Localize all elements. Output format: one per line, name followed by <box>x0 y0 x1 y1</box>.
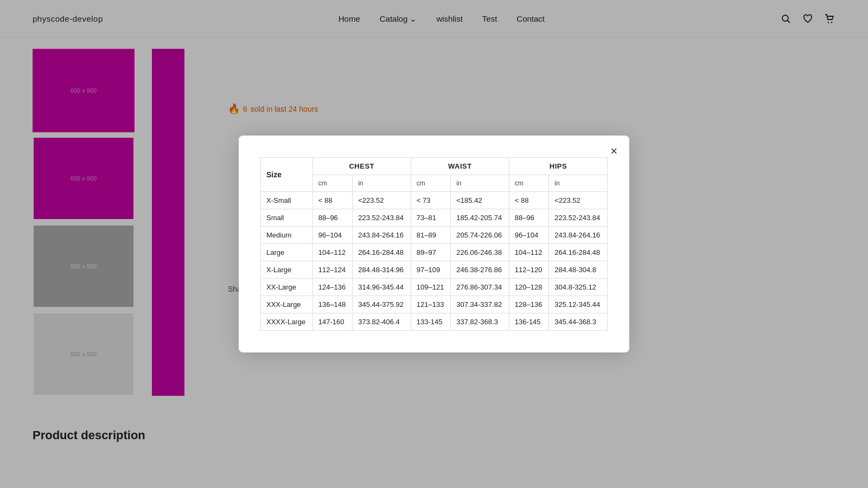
chest-cm-header: cm <box>312 175 352 192</box>
size-cell: XXX-Large <box>261 296 313 313</box>
waist-group-header: WAIST <box>411 158 509 175</box>
chest-in-cell: 373.82-406.4 <box>353 313 411 331</box>
waist-cm-cell: 121–133 <box>411 296 450 313</box>
waist-in-header: in <box>451 175 509 192</box>
hips-in-header: in <box>549 175 608 192</box>
chest-in-cell: 345.44-375.92 <box>353 296 411 313</box>
hips-group-header: HIPS <box>509 158 607 175</box>
table-row: Medium 96–104 243.84-264.16 81–89 205.74… <box>261 227 608 244</box>
table-row: XXX-Large 136–148 345.44-375.92 121–133 … <box>261 296 608 313</box>
hips-in-cell: 325.12-345.44 <box>549 296 608 313</box>
chest-in-header: in <box>353 175 411 192</box>
hips-cm-cell: 88–96 <box>509 209 548 227</box>
modal-overlay: × Size CHEST WAIST HIPS cm in cm in cm <box>0 0 868 453</box>
waist-in-cell: 205.74-226.06 <box>451 227 509 244</box>
hips-cm-cell: < 88 <box>509 192 548 209</box>
waist-cm-cell: 73–81 <box>411 209 450 227</box>
hips-cm-header: cm <box>509 175 548 192</box>
waist-cm-cell: 89–97 <box>411 244 450 261</box>
hips-cm-cell: 136-145 <box>509 313 548 331</box>
size-column-header: Size <box>261 158 313 192</box>
chest-in-cell: 243.84-264.16 <box>353 227 411 244</box>
waist-in-cell: 337.82-368.3 <box>451 313 509 331</box>
waist-cm-cell: 109–121 <box>411 279 450 296</box>
chest-cm-cell: 88–96 <box>312 209 352 227</box>
chest-cm-cell: < 88 <box>312 192 352 209</box>
table-row: X-Small < 88 <223.52 < 73 <185.42 < 88 <… <box>261 192 608 209</box>
modal-close-button[interactable]: × <box>610 145 617 157</box>
waist-in-cell: 307.34-337.82 <box>451 296 509 313</box>
hips-in-cell: 243.84-264.16 <box>549 227 608 244</box>
waist-cm-cell: 97–109 <box>411 261 450 279</box>
chest-cm-cell: 147-160 <box>312 313 352 331</box>
hips-in-cell: 284.48-304.8 <box>549 261 608 279</box>
chest-cm-cell: 96–104 <box>312 227 352 244</box>
hips-cm-cell: 112–120 <box>509 261 548 279</box>
waist-in-cell: 246.38-276.86 <box>451 261 509 279</box>
table-group-header-row: Size CHEST WAIST HIPS <box>261 158 608 175</box>
chest-in-cell: <223.52 <box>353 192 411 209</box>
waist-in-cell: <185.42 <box>451 192 509 209</box>
hips-in-cell: 304.8-325.12 <box>549 279 608 296</box>
chest-in-cell: 264.16-284.48 <box>353 244 411 261</box>
size-cell: Medium <box>261 227 313 244</box>
chest-in-cell: 284.48-314.96 <box>353 261 411 279</box>
waist-cm-cell: 81–89 <box>411 227 450 244</box>
size-cell: Large <box>261 244 313 261</box>
table-row: XXXX-Large 147-160 373.82-406.4 133-145 … <box>261 313 608 331</box>
hips-in-cell: 264.16-284.48 <box>549 244 608 261</box>
modal-content: Size CHEST WAIST HIPS cm in cm in cm in <box>260 157 608 331</box>
chest-in-cell: 314.96-345.44 <box>353 279 411 296</box>
waist-cm-cell: 133-145 <box>411 313 450 331</box>
chest-cm-cell: 104–112 <box>312 244 352 261</box>
hips-cm-cell: 104–112 <box>509 244 548 261</box>
size-chart-table: Size CHEST WAIST HIPS cm in cm in cm in <box>260 157 608 331</box>
table-unit-header-row: cm in cm in cm in <box>261 175 608 192</box>
chest-cm-cell: 136–148 <box>312 296 352 313</box>
table-row: XX-Large 124–136 314.96-345.44 109–121 2… <box>261 279 608 296</box>
hips-cm-cell: 120–128 <box>509 279 548 296</box>
table-row: Large 104–112 264.16-284.48 89–97 226.06… <box>261 244 608 261</box>
size-cell: X-Large <box>261 261 313 279</box>
size-chart-modal: × Size CHEST WAIST HIPS cm in cm in cm <box>239 136 629 352</box>
hips-in-cell: 345.44-368.3 <box>549 313 608 331</box>
waist-in-cell: 185.42-205.74 <box>451 209 509 227</box>
waist-in-cell: 276.86-307.34 <box>451 279 509 296</box>
waist-cm-cell: < 73 <box>411 192 450 209</box>
chest-group-header: CHEST <box>312 158 411 175</box>
hips-cm-cell: 96–104 <box>509 227 548 244</box>
table-row: X-Large 112–124 284.48-314.96 97–109 246… <box>261 261 608 279</box>
chest-cm-cell: 112–124 <box>312 261 352 279</box>
waist-cm-header: cm <box>411 175 450 192</box>
table-row: Small 88–96 223.52-243.84 73–81 185.42-2… <box>261 209 608 227</box>
chest-cm-cell: 124–136 <box>312 279 352 296</box>
hips-in-cell: <223.52 <box>549 192 608 209</box>
size-table-body: X-Small < 88 <223.52 < 73 <185.42 < 88 <… <box>261 192 608 331</box>
size-cell: X-Small <box>261 192 313 209</box>
waist-in-cell: 226.06-246.38 <box>451 244 509 261</box>
chest-in-cell: 223.52-243.84 <box>353 209 411 227</box>
size-cell: Small <box>261 209 313 227</box>
size-cell: XXXX-Large <box>261 313 313 331</box>
size-cell: XX-Large <box>261 279 313 296</box>
hips-in-cell: 223.52-243.84 <box>549 209 608 227</box>
hips-cm-cell: 128–136 <box>509 296 548 313</box>
